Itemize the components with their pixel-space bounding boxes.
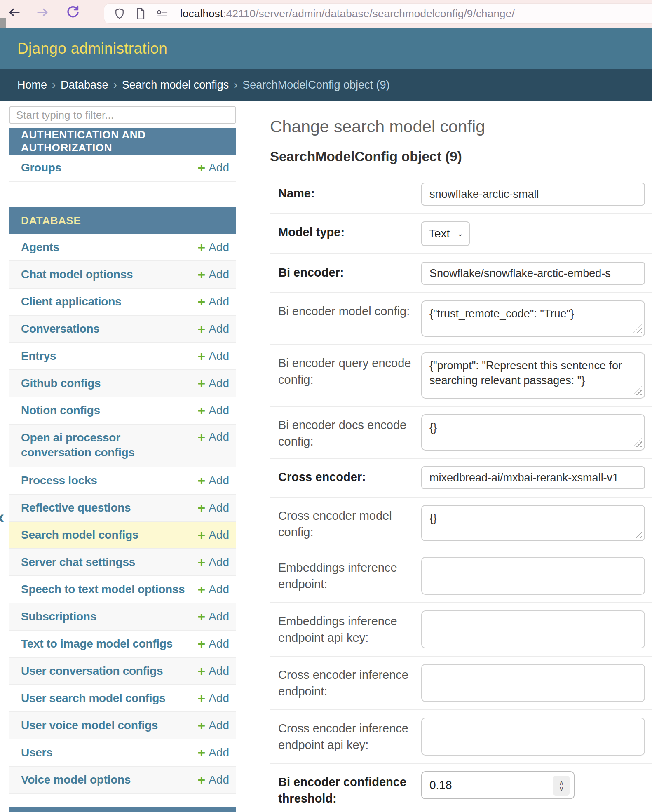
- sidebar-item-link[interactable]: Open ai processor conversation configs: [21, 430, 161, 460]
- site-title[interactable]: Django administration: [17, 40, 167, 57]
- sidebar-item[interactable]: Chat model optionss + Add: [9, 261, 236, 289]
- sidebar-item-link[interactable]: Server chat settingss: [21, 555, 135, 570]
- sidebar-add-link[interactable]: + Add: [197, 501, 229, 514]
- forward-button[interactable]: [34, 3, 52, 21]
- sidebar-item-link[interactable]: Users: [21, 745, 52, 760]
- page-icon[interactable]: [135, 7, 146, 20]
- sidebar-item-link[interactable]: Speech to text model optionss: [21, 582, 185, 597]
- sidebar-item-link[interactable]: Conversations: [21, 322, 100, 336]
- sidebar-item[interactable]: Voice model options + Add: [9, 767, 236, 794]
- spinner-down-icon[interactable]: ∨: [559, 786, 564, 792]
- model-type-select[interactable]: Text⌄: [421, 221, 470, 246]
- sidebar-add-link[interactable]: + Add: [197, 610, 229, 623]
- embeddings-inference-endpoint-api-key-field[interactable]: [421, 610, 645, 648]
- resize-handle-icon[interactable]: [633, 386, 642, 395]
- sidebar-item-link[interactable]: User conversation configs: [21, 664, 163, 678]
- bi-encoder-model-config-textarea[interactable]: {"trust_remote_code": "True"}: [421, 300, 645, 337]
- sidebar-item-link[interactable]: Chat model optionss: [21, 267, 133, 282]
- sidebar-item[interactable]: Notion configs + Add: [9, 397, 236, 425]
- sidebar-item-link[interactable]: Voice model options: [21, 772, 131, 787]
- sidebar-item[interactable]: User conversation configs + Add: [9, 658, 236, 685]
- sidebar-item-link[interactable]: User search model configs: [21, 691, 165, 706]
- cross-encoder-inference-endpoint-field[interactable]: [421, 664, 645, 702]
- breadcrumb-link[interactable]: Database: [61, 79, 108, 92]
- breadcrumb-link[interactable]: Search model configs: [122, 79, 229, 92]
- sidebar-item[interactable]: Users + Add: [9, 739, 236, 767]
- bi-encoder-query-encode-config-textarea[interactable]: {"prompt": "Represent this sentence for …: [421, 352, 645, 399]
- sidebar-item-link[interactable]: Agents: [21, 240, 59, 255]
- sidebar-add-link[interactable]: + Add: [197, 161, 229, 174]
- sidebar-add-link[interactable]: + Add: [197, 556, 229, 569]
- permissions-icon[interactable]: [155, 7, 169, 20]
- sidebar-item-link[interactable]: Github configs: [21, 376, 101, 391]
- breadcrumb-link[interactable]: Home: [17, 79, 47, 92]
- sidebar-add-link[interactable]: + Add: [197, 268, 229, 281]
- resize-handle-icon[interactable]: [633, 438, 642, 447]
- embeddings-inference-endpoint-field[interactable]: [421, 557, 645, 595]
- number-spinner[interactable]: ∧∨: [553, 776, 570, 796]
- sidebar-add-link[interactable]: + Add: [197, 377, 229, 390]
- sidebar-add-link[interactable]: + Add: [197, 746, 229, 759]
- url-bar[interactable]: localhost:42110/server/admin/database/se…: [104, 4, 652, 23]
- refresh-button[interactable]: [64, 3, 82, 21]
- sidebar-item[interactable]: Groups + Add: [9, 155, 236, 182]
- sidebar-add-link[interactable]: + Add: [197, 404, 229, 417]
- sidebar-item[interactable]: Subscriptions + Add: [9, 603, 236, 631]
- sidebar-toggle-icon[interactable]: «: [0, 509, 4, 525]
- sidebar-add-link[interactable]: + Add: [197, 528, 229, 542]
- shield-icon[interactable]: [113, 7, 126, 20]
- sidebar-item[interactable]: Text to image model configs + Add: [9, 631, 236, 658]
- sidebar-item[interactable]: Open ai processor conversation configs +…: [9, 425, 236, 467]
- sidebar-item[interactable]: Agents + Add: [9, 234, 236, 261]
- sidebar-item-link[interactable]: Search model configs: [21, 528, 138, 542]
- sidebar-add-link[interactable]: + Add: [197, 430, 229, 444]
- sidebar-add-link[interactable]: + Add: [197, 637, 229, 650]
- sidebar-add-link[interactable]: + Add: [197, 583, 229, 596]
- breadcrumb-current: SearchModelConfig object (9): [242, 79, 389, 92]
- sidebar-item[interactable]: Search model configs + Add: [9, 522, 236, 549]
- bi-encoder-field[interactable]: Snowflake/snowflake-arctic-embed-s: [421, 262, 645, 285]
- sidebar-item[interactable]: Reflective questions + Add: [9, 495, 236, 522]
- cross-encoder-model-config-textarea[interactable]: {}: [421, 505, 645, 541]
- sidebar-item[interactable]: Process locks + Add: [9, 467, 236, 495]
- sidebar-item-link[interactable]: Client applications: [21, 294, 121, 309]
- spinner-up-icon[interactable]: ∧: [559, 779, 564, 786]
- sidebar-item-link[interactable]: Reflective questions: [21, 500, 131, 515]
- bi-encoder-docs-encode-config-textarea[interactable]: {}: [421, 414, 645, 451]
- sidebar-add-link[interactable]: + Add: [197, 719, 229, 732]
- sidebar-item-link[interactable]: Notion configs: [21, 403, 100, 418]
- sidebar-add-link[interactable]: + Add: [197, 350, 229, 363]
- sidebar-item[interactable]: Entrys + Add: [9, 343, 236, 370]
- sidebar-item[interactable]: User search model configs + Add: [9, 685, 236, 712]
- resize-handle-icon[interactable]: [633, 324, 642, 333]
- sidebar-add-link[interactable]: + Add: [197, 692, 229, 705]
- sidebar-item-link[interactable]: Groups: [21, 160, 61, 175]
- sidebar-item[interactable]: Github configs + Add: [9, 370, 236, 397]
- field-control: [421, 664, 645, 702]
- cross-encoder-inference-endpoint-api-key-field[interactable]: [421, 718, 645, 756]
- sidebar-item[interactable]: Server chat settingss + Add: [9, 549, 236, 576]
- sidebar-item-link[interactable]: Process locks: [21, 473, 97, 488]
- sidebar-item-link[interactable]: Text to image model configs: [21, 636, 173, 651]
- sidebar-item[interactable]: User voice model configs + Add: [9, 712, 236, 739]
- field-control: snowflake-arctic-small: [421, 183, 645, 206]
- sidebar-item-link[interactable]: Entrys: [21, 349, 56, 364]
- sidebar-filter-input[interactable]: [9, 106, 236, 124]
- cross-encoder-field[interactable]: mixedbread-ai/mxbai-rerank-xsmall-v1: [421, 466, 645, 489]
- sidebar-item-link[interactable]: User voice model configs: [21, 718, 158, 733]
- sidebar-add-link[interactable]: + Add: [197, 773, 229, 786]
- sidebar-add-link[interactable]: + Add: [197, 295, 229, 308]
- sidebar-item[interactable]: Conversations + Add: [9, 316, 236, 343]
- sidebar-item[interactable]: Client applications + Add: [9, 289, 236, 316]
- sidebar-add-link[interactable]: + Add: [197, 474, 229, 487]
- back-button[interactable]: [5, 3, 23, 21]
- sidebar-item[interactable]: Speech to text model optionss + Add: [9, 576, 236, 603]
- bi-encoder-confidence-threshold-field[interactable]: 0.18∧∨: [421, 771, 575, 799]
- sidebar-add-link[interactable]: + Add: [197, 664, 229, 678]
- sidebar-add-link[interactable]: + Add: [197, 241, 229, 254]
- name-field[interactable]: snowflake-arctic-small: [421, 183, 645, 206]
- resize-handle-icon[interactable]: [633, 529, 642, 538]
- sidebar-add-link[interactable]: + Add: [197, 322, 229, 336]
- sidebar-item-link[interactable]: Subscriptions: [21, 609, 96, 624]
- form-row: Cross encoder inference endpoint:: [270, 657, 652, 710]
